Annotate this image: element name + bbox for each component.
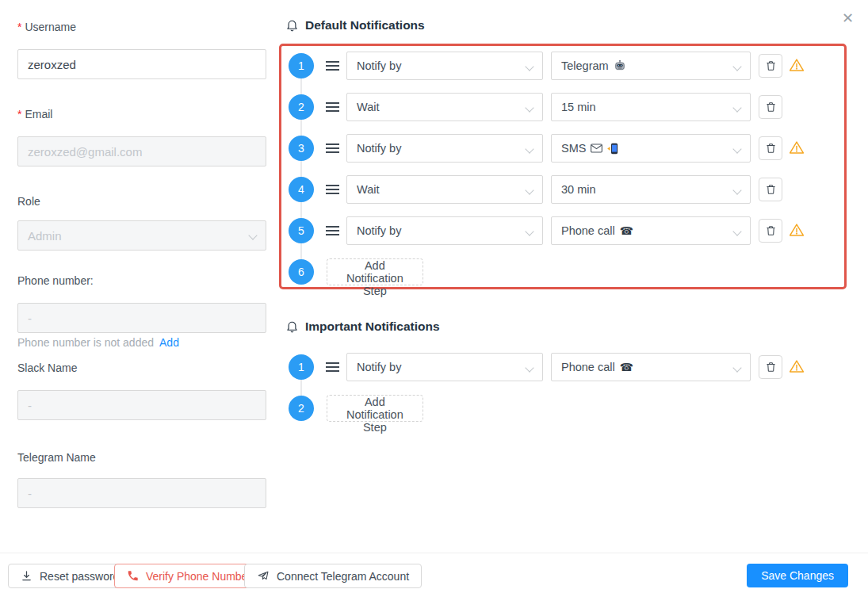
role-value: Admin	[28, 229, 62, 243]
chevron-down-icon	[732, 186, 741, 194]
warning-icon	[789, 140, 805, 155]
chevron-down-icon	[732, 227, 741, 235]
select-value: Wait	[357, 183, 379, 196]
add-phone-link[interactable]: Add	[159, 336, 179, 349]
chevron-down-icon	[732, 103, 741, 112]
select-value: Notify by	[357, 361, 401, 373]
bell-icon	[286, 320, 298, 334]
select-value: Telegram	[561, 59, 609, 72]
select-value: 15 min	[561, 101, 596, 113]
chevron-down-icon	[525, 62, 533, 71]
add-notification-step-button[interactable]: Add Notification Step	[327, 258, 423, 285]
phone-input	[17, 303, 266, 333]
chevron-down-icon	[248, 231, 257, 239]
drag-handle-icon[interactable]	[325, 362, 340, 376]
select-value: Notify by	[357, 59, 401, 72]
step-type-select[interactable]: Notify by	[346, 216, 543, 245]
warning-icon	[789, 223, 805, 237]
step-value-select[interactable]: 30 min	[551, 175, 751, 204]
step-number-badge: 3	[289, 136, 314, 161]
user-settings-modal: ✕ *Username *Email Role Admin Phone numb…	[0, 0, 868, 593]
step-type-select[interactable]: Notify by	[346, 134, 543, 163]
step-value-select[interactable]: Phone call☎	[551, 353, 751, 381]
trash-icon	[765, 224, 777, 237]
delete-step-button[interactable]	[759, 95, 782, 119]
email-label: *Email	[17, 107, 52, 121]
step-value-select[interactable]: SMS	[551, 134, 751, 163]
telegram-input	[17, 478, 266, 508]
drag-handle-icon[interactable]	[325, 60, 340, 75]
step-type-select[interactable]: Notify by	[346, 52, 543, 80]
chevron-down-icon	[525, 144, 533, 153]
select-value: Phone call	[561, 361, 615, 373]
chevron-down-icon	[525, 186, 533, 194]
verify-phone-button[interactable]: Verify Phone Number	[114, 564, 264, 588]
role-label: Role	[17, 194, 40, 209]
telephone-icon: ☎	[620, 361, 633, 373]
delete-step-button[interactable]	[759, 219, 782, 243]
role-select: Admin	[17, 220, 266, 251]
important-notifications-heading: Important Notifications	[286, 319, 440, 334]
slack-input	[17, 390, 266, 420]
trash-icon	[765, 142, 777, 155]
trash-icon	[765, 101, 777, 113]
trash-icon	[765, 361, 777, 373]
delete-step-button[interactable]	[759, 178, 782, 201]
step-type-select[interactable]: Wait	[346, 175, 543, 204]
step-number-badge: 4	[289, 177, 314, 202]
telegram-label: Telegram Name	[17, 450, 96, 465]
step-number-badge: 2	[289, 94, 314, 120]
drag-handle-icon[interactable]	[325, 225, 340, 239]
highlight-border	[279, 44, 847, 289]
download-icon	[21, 570, 33, 582]
step-number-badge: 5	[289, 218, 314, 243]
mobile-phone-icon	[607, 143, 618, 155]
step-value-select[interactable]: Phone call☎	[551, 216, 751, 245]
email-input	[17, 136, 266, 166]
select-value: Notify by	[357, 224, 401, 237]
username-input[interactable]	[17, 49, 266, 79]
delete-step-button[interactable]	[759, 355, 782, 379]
select-value: SMS	[561, 142, 586, 155]
add-notification-step-button[interactable]: Add Notification Step	[327, 395, 423, 422]
trash-icon	[765, 59, 777, 72]
trash-icon	[765, 183, 777, 196]
drag-handle-icon[interactable]	[325, 101, 340, 116]
step-type-select[interactable]: Wait	[346, 93, 543, 121]
phone-hint: Phone number is not addedAdd	[17, 336, 179, 349]
chevron-down-icon	[732, 363, 741, 372]
step-number-badge: 1	[289, 354, 314, 380]
telephone-icon: ☎	[620, 224, 633, 237]
chevron-down-icon	[525, 103, 533, 112]
telegram-plane-icon	[257, 570, 270, 582]
delete-step-button[interactable]	[759, 54, 782, 78]
select-value: 30 min	[561, 183, 596, 196]
chevron-down-icon	[525, 363, 533, 372]
slack-label: Slack Name	[17, 361, 77, 375]
connect-telegram-button[interactable]: Connect Telegram Account	[244, 564, 422, 588]
warning-icon	[789, 359, 805, 373]
default-notifications-heading: Default Notifications	[286, 18, 425, 33]
required-mark: *	[17, 108, 21, 121]
footer-bar: Reset password Verify Phone Number Conne…	[0, 553, 868, 593]
drag-handle-icon[interactable]	[325, 143, 340, 157]
step-number-badge: 6	[289, 259, 314, 285]
step-type-select[interactable]: Notify by	[346, 353, 543, 381]
select-value: Notify by	[357, 142, 401, 155]
robot-emoji-icon	[614, 59, 626, 72]
close-icon[interactable]: ✕	[842, 11, 854, 25]
step-value-select[interactable]: 15 min	[551, 93, 751, 121]
delete-step-button[interactable]	[759, 136, 782, 160]
drag-handle-icon[interactable]	[325, 184, 340, 198]
step-number-badge: 1	[289, 53, 314, 78]
warning-icon	[789, 58, 805, 72]
phone-label: Phone number:	[17, 274, 94, 288]
step-number-badge: 2	[289, 396, 314, 421]
envelope-icon	[591, 143, 602, 153]
chevron-down-icon	[732, 144, 741, 153]
reset-password-button[interactable]: Reset password	[8, 564, 132, 588]
required-mark: *	[17, 21, 21, 33]
save-changes-button[interactable]: Save Changes	[747, 564, 848, 587]
step-value-select[interactable]: Telegram	[551, 52, 751, 80]
chevron-down-icon	[732, 62, 741, 71]
